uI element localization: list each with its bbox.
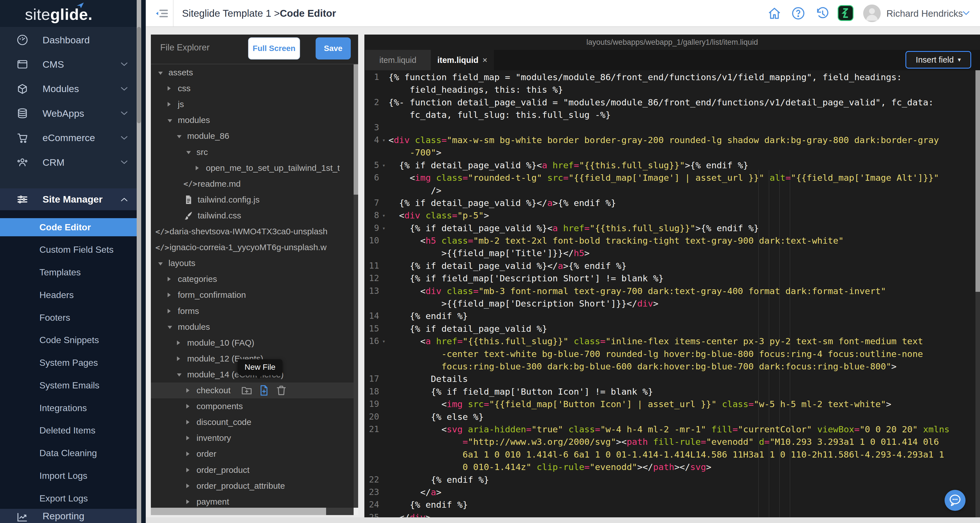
code-text: {% else %}	[388, 410, 484, 423]
user-menu-chevron-icon[interactable]	[963, 11, 970, 16]
tree-file-readme-md[interactable]: </>readme.md	[151, 176, 353, 192]
sidebar-subitem-deleted-items[interactable]: Deleted Items	[0, 422, 137, 440]
code-content[interactable]: 1{% function field_map = "modules/module…	[364, 71, 974, 517]
fullscreen-button[interactable]: Full Screen	[248, 37, 300, 60]
sidebar-item-webapps[interactable]: WebApps	[0, 101, 137, 125]
sidebar-item-cms[interactable]: CMS	[0, 52, 137, 76]
tree-folder-checkout[interactable]: checkout	[151, 382, 353, 398]
sidebar-subitem-code-editor[interactable]: Code Editor	[0, 218, 137, 236]
line-number	[364, 83, 379, 96]
insert-field-button[interactable]: Insert field▾	[905, 51, 971, 68]
tree-folder-order[interactable]: order	[151, 446, 353, 462]
sidebar-subitem-custom-field-sets[interactable]: Custom Field Sets	[0, 241, 137, 259]
tree-folder-src[interactable]: src	[151, 144, 353, 160]
code-text: />	[388, 184, 442, 197]
tree-folder-js[interactable]: js	[151, 96, 353, 112]
sidebar-item-reporting[interactable]: Reporting	[0, 509, 137, 523]
sidebar-subitem-data-cleaning[interactable]: Data Cleaning	[0, 444, 137, 462]
siteglide-app-icon[interactable]	[838, 5, 854, 21]
file-explorer-title: File Explorer	[160, 43, 210, 53]
tree-file-daria-shevtsova-iwmo4tx3ca0-unsplash[interactable]: </>daria-shevtsova-IWMO4TX3ca0-unsplash	[151, 223, 353, 239]
sidebar-item-site-manager[interactable]: Site Manager	[0, 189, 137, 210]
help-icon[interactable]	[791, 6, 805, 21]
tree-folder-css[interactable]: css	[151, 81, 353, 96]
home-icon[interactable]	[767, 6, 781, 21]
code-text: {% if field_map['Button Icon'] != blank …	[388, 385, 653, 398]
code-text: ="http://www.w3.org/2000/svg"><path fill…	[388, 436, 939, 448]
code-text: 0 010-1.414z" clip-rule="evenodd"></path…	[388, 461, 711, 473]
code-line-7: 7 {% if detail_page_valid %}</a>{% endif…	[364, 197, 974, 209]
sidebar-subitem-code-snippets[interactable]: Code Snippets	[0, 331, 137, 349]
sidebar-item-modules[interactable]: Modules	[0, 77, 137, 101]
tree-folder-modules[interactable]: modules	[151, 112, 353, 128]
line-number: 13	[364, 285, 379, 297]
code-editor-panel[interactable]: layouts/webapps/webapp_1/gallery1/list/i…	[364, 35, 980, 517]
sidebar-subitem-headers[interactable]: Headers	[0, 286, 137, 304]
collapse-sidebar-button[interactable]	[155, 7, 170, 20]
sidebar-subitem-system-emails[interactable]: System Emails	[0, 376, 137, 395]
sidebar-subitem-integrations[interactable]: Integrations	[0, 399, 137, 417]
tree-file-tailwind-css[interactable]: tailwind.css	[151, 208, 353, 223]
trash-icon[interactable]	[275, 385, 287, 396]
user-name[interactable]: Richard Hendricks	[886, 0, 963, 27]
paper-plane-icon	[76, 2, 84, 9]
sidebar-subitem-label: Deleted Items	[40, 425, 95, 436]
file-plus-icon[interactable]	[258, 385, 270, 396]
tree-folder-order-product[interactable]: order_product	[151, 462, 353, 478]
tree-folder-inventory[interactable]: inventory	[151, 430, 353, 446]
sidebar-scrollbar-thumb[interactable]	[137, 27, 141, 123]
code-text: {% endif %}	[388, 310, 468, 322]
sidebar-subitem-import-logs[interactable]: Import Logs	[0, 467, 137, 485]
tab-item.liquid[interactable]: item.liquid	[365, 50, 431, 70]
breadcrumb-current: Code Editor	[280, 8, 336, 19]
code-text: <h5 class="mb-2 text-2xl font-bold track…	[388, 234, 843, 247]
avatar[interactable]	[863, 5, 881, 22]
tree-folder-discount-code[interactable]: discount_code	[151, 414, 353, 430]
sidebar-subitem-templates[interactable]: Templates	[0, 263, 137, 282]
folder-plus-icon[interactable]	[241, 385, 253, 396]
explorer-vertical-scrollbar-thumb[interactable]	[353, 64, 358, 195]
code-text: <a href="{{this.full_slug}}" class="inli…	[388, 335, 923, 347]
tree-folder-open-me-to-set-up-tailwind-1st-t[interactable]: open_me_to_set_up_tailwind_1st_t	[151, 160, 353, 176]
editor-vertical-scrollbar-thumb[interactable]	[975, 70, 980, 292]
sidebar-item-dashboard[interactable]: Dashboard	[0, 28, 137, 52]
fold-spacer	[379, 197, 388, 209]
save-button[interactable]: Save	[316, 37, 351, 60]
header-divider	[173, 0, 173, 26]
fold-marker-icon: ▾	[379, 209, 388, 222]
sidebar-subitem-system-pages[interactable]: System Pages	[0, 354, 137, 372]
tree-file-tailwind-config-js[interactable]: tailwind.config.js	[151, 192, 353, 208]
history-icon[interactable]	[815, 6, 829, 21]
tree-folder-module-10-faq-[interactable]: module_10 (FAQ)	[151, 335, 353, 351]
code-line-3: 3	[364, 121, 974, 134]
tree-folder-modules[interactable]: modules	[151, 319, 353, 335]
bottom-scrollbar-strip[interactable]	[146, 517, 980, 523]
code-text: {% if detail_page_valid %}</a>{% endif %…	[388, 260, 627, 272]
explorer-horizontal-scrollbar-thumb[interactable]	[151, 508, 326, 515]
line-number: 5	[364, 159, 379, 171]
tree-folder-layouts[interactable]: layouts	[151, 255, 353, 271]
chevron-down-icon	[121, 87, 128, 91]
sidebar-subitem-label: Headers	[40, 290, 74, 300]
tree-folder-order-product-attribute[interactable]: order_product_attribute	[151, 478, 353, 494]
sidebar-item-ecommerce[interactable]: eCommerce	[0, 126, 137, 150]
tree-file-ignacio-correia-1-yycyomt6g-unsplash-w[interactable]: </>ignacio-correia-1_yycyoMT6g-unsplash.…	[151, 239, 353, 255]
tree-folder-module-86[interactable]: module_86	[151, 128, 353, 144]
fold-spacer	[379, 297, 388, 310]
chat-button[interactable]	[945, 490, 966, 511]
tree-folder-forms[interactable]: forms	[151, 303, 353, 319]
sidebar-item-crm[interactable]: CRM	[0, 150, 137, 174]
close-tab-icon[interactable]: ×	[482, 55, 487, 65]
tab-item.liquid-active[interactable]: item.liquid×	[431, 50, 494, 70]
tree-folder-assets[interactable]: assets	[151, 65, 353, 81]
code-text: {% endif %}	[388, 498, 468, 511]
sidebar-subitem-footers[interactable]: Footers	[0, 309, 137, 326]
tree-folder-form-confirmation[interactable]: form_confirmation	[151, 287, 353, 303]
sidebar-subitem-export-logs[interactable]: Export Logs	[0, 489, 137, 507]
brush-icon	[183, 210, 196, 221]
tree-folder-payment[interactable]: payment	[151, 494, 353, 510]
tree-folder-categories[interactable]: categories	[151, 271, 353, 287]
code-line-22: 22 {% endif %}	[364, 474, 974, 486]
tree-folder-components[interactable]: components	[151, 398, 353, 414]
chevron-collapsed-icon	[186, 468, 189, 472]
